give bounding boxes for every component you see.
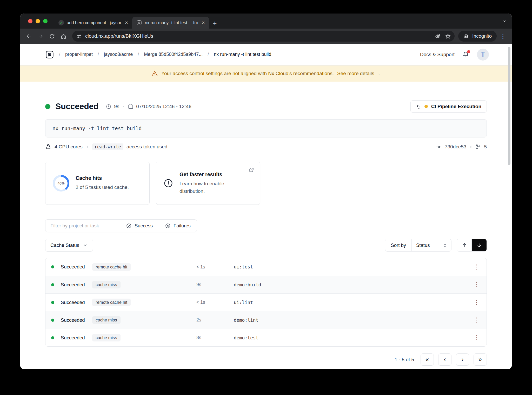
cache-badge: cache miss — [92, 316, 121, 324]
commit-sha[interactable]: 730dce53 — [445, 144, 466, 150]
tab-strip: ✓ add hero component · jaysoo ✕ nx run-m… — [20, 14, 512, 29]
task-duration: < 1s — [196, 300, 234, 305]
clock-icon — [106, 104, 111, 109]
eye-off-icon[interactable] — [435, 33, 441, 39]
ci-pipeline-execution-button[interactable]: CI Pipeline Execution — [410, 100, 487, 113]
tab-title: nx run-many -t lint test ... fro — [145, 20, 198, 25]
next-page-button[interactable]: › — [456, 353, 469, 366]
row-menu-icon[interactable]: ⋮ — [474, 282, 480, 288]
first-page-button[interactable]: « — [421, 353, 434, 366]
minimize-window-button[interactable] — [36, 19, 40, 23]
close-tab-icon[interactable]: ✕ — [202, 20, 205, 25]
tab-github-pr[interactable]: ✓ add hero component · jaysoo ✕ — [54, 17, 132, 29]
notification-dot — [467, 50, 470, 53]
cache-status-dropdown[interactable]: Cache Status — [45, 239, 93, 252]
task-duration: 9s — [196, 282, 234, 287]
dot-separator — [87, 146, 88, 148]
x-circle-icon — [165, 223, 171, 229]
page-content: / proper-limpet / jaysoo3/acme / Merge 8… — [20, 44, 512, 369]
linux-icon — [45, 144, 51, 150]
failures-filter-label: Failures — [174, 223, 191, 229]
browser-menu-icon[interactable]: ⋮ — [500, 32, 506, 40]
tab-search-chevron-icon[interactable] — [502, 18, 507, 24]
external-link-icon[interactable] — [249, 167, 254, 173]
task-name[interactable]: demo:lint — [234, 318, 258, 323]
access-token-badge: read-write — [92, 143, 123, 150]
row-menu-icon[interactable]: ⋮ — [474, 299, 480, 305]
tab-title: add hero component · jaysoo — [67, 20, 121, 25]
cache-hits-donut: 40% — [53, 175, 69, 192]
cache-hits-subtitle: 2 of 5 tasks used cache. — [76, 183, 129, 191]
last-page-button[interactable]: » — [474, 353, 487, 366]
success-filter-label: Success — [135, 223, 153, 229]
breadcrumb-commit[interactable]: Merge 85d500f42d5a9b47... — [144, 52, 203, 57]
breadcrumb-repo[interactable]: jaysoo3/acme — [104, 52, 133, 57]
run-command: nx run-many -t lint test build — [45, 119, 487, 137]
breadcrumb-org[interactable]: proper-limpet — [65, 52, 93, 57]
undo-icon — [416, 104, 421, 109]
browser-toolbar: cloud.nx.app/runs/BkIXGHleUs Incognito ⋮ — [20, 29, 512, 44]
chevron-down-icon — [83, 243, 88, 248]
pr-check-favicon-icon: ✓ — [58, 20, 64, 25]
close-tab-icon[interactable]: ✕ — [125, 20, 128, 25]
banner-text: Your access control settings are not ali… — [161, 71, 334, 76]
notifications-button[interactable] — [462, 51, 469, 58]
sort-descending-button[interactable] — [472, 239, 487, 251]
sort-ascending-button[interactable] — [457, 239, 472, 251]
run-status: Succeeded — [55, 102, 98, 111]
branch-count[interactable]: 5 — [484, 144, 487, 150]
row-menu-icon[interactable]: ⋮ — [474, 335, 480, 341]
task-status: Succeeded — [61, 264, 92, 270]
row-menu-icon[interactable]: ⋮ — [474, 264, 480, 270]
back-icon[interactable] — [24, 31, 34, 41]
cache-hits-title: Cache hits — [76, 175, 129, 181]
table-row[interactable]: Succeeded cache miss 2s demo:lint ⋮ — [45, 311, 487, 329]
table-row[interactable]: Succeeded cache miss 8s demo:test ⋮ — [45, 329, 487, 346]
breadcrumb-separator: / — [98, 52, 99, 57]
forward-icon[interactable] — [35, 31, 46, 41]
table-row[interactable]: Succeeded cache miss 9s demo:build ⋮ — [45, 276, 487, 293]
maximize-window-button[interactable] — [43, 19, 48, 23]
task-name[interactable]: demo:test — [234, 335, 258, 340]
tab-nx-cloud-run[interactable]: nx run-many -t lint test ... fro ✕ — [132, 17, 209, 29]
run-environment-row: 4 CPU cores read-write access token used… — [45, 143, 487, 150]
scrollbar[interactable] — [508, 47, 510, 165]
task-name[interactable]: ui:lint — [234, 300, 253, 305]
row-menu-icon[interactable]: ⋮ — [474, 317, 480, 323]
run-duration: 9s — [114, 104, 119, 109]
header-actions: Docs & Support T — [420, 49, 489, 61]
table-row[interactable]: Succeeded remote cache hit < 1s ui:lint … — [45, 293, 487, 311]
summary-cards: 40% Cache hits 2 of 5 tasks used cache. … — [45, 162, 487, 205]
filter-row: Success Failures — [45, 219, 487, 232]
breadcrumb-run[interactable]: nx run-many -t lint test build — [214, 52, 271, 57]
nx-favicon-icon — [136, 20, 142, 25]
task-status: Succeeded — [61, 335, 92, 341]
filter-input[interactable] — [45, 220, 120, 232]
prev-page-button[interactable]: ‹ — [438, 353, 451, 366]
window-controls[interactable] — [28, 19, 48, 23]
distribution-card[interactable]: Get faster results Learn how to enable d… — [156, 162, 260, 205]
task-status-dot — [51, 319, 54, 322]
url-bar[interactable]: cloud.nx.app/runs/BkIXGHleUs — [72, 31, 455, 42]
home-icon[interactable] — [58, 31, 69, 41]
run-details: Succeeded 9s 07/10/2025 12:46 - 12:46 CI… — [20, 100, 512, 366]
failures-filter-button[interactable]: Failures — [159, 220, 197, 232]
cache-badge: remote cache hit — [92, 299, 131, 306]
success-filter-button[interactable]: Success — [120, 220, 159, 232]
table-row[interactable]: Succeeded remote cache hit < 1s ui:test … — [45, 258, 487, 276]
docs-support-link[interactable]: Docs & Support — [420, 52, 455, 57]
warning-icon — [151, 70, 158, 77]
nx-logo-icon[interactable] — [45, 50, 54, 59]
check-circle-icon — [126, 223, 132, 229]
banner-details-link[interactable]: See more details → — [337, 71, 381, 76]
close-window-button[interactable] — [28, 19, 32, 23]
avatar[interactable]: T — [477, 49, 489, 61]
task-name[interactable]: ui:test — [234, 264, 253, 269]
reload-icon[interactable] — [47, 31, 57, 41]
task-name[interactable]: demo:build — [234, 282, 261, 287]
new-tab-button[interactable]: + — [213, 20, 217, 27]
site-info-icon[interactable] — [76, 34, 82, 39]
cache-status-label: Cache Status — [50, 242, 79, 248]
sort-field-select[interactable]: Status — [412, 239, 451, 251]
bookmark-star-icon[interactable] — [445, 33, 451, 39]
